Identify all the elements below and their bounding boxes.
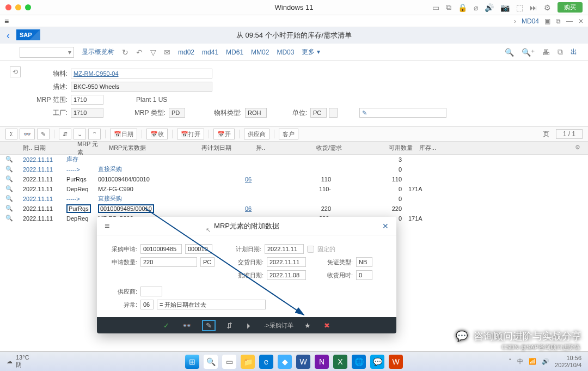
po-link[interactable]: ->采购订单	[264, 321, 293, 330]
vendor-field[interactable]	[140, 287, 162, 296]
col-mrp-data[interactable]: MRP元素数据	[106, 144, 198, 152]
glasses-icon[interactable]: 👓	[180, 320, 193, 331]
table-row[interactable]: 🔍2022.11.11PurRqs0010009485/000100622022…	[0, 204, 588, 214]
col-attach[interactable]: 附..	[20, 144, 30, 152]
receipt-button[interactable]: 📅 收	[146, 129, 168, 139]
mrparea-field[interactable]: 1710	[71, 95, 103, 105]
maximize-window-icon[interactable]	[25, 4, 31, 10]
table-row[interactable]: 🔍2022.11.11DepReqMZ-FG-C990110-0171A	[0, 184, 588, 194]
sound-icon[interactable]: 🔊	[485, 3, 494, 12]
col-exception[interactable]: 异..	[253, 144, 269, 152]
command-input[interactable]	[20, 47, 74, 58]
search-icon[interactable]: 🔍	[505, 48, 514, 57]
screen-icon[interactable]: ▭	[432, 3, 439, 12]
popup-close-button[interactable]: ✕	[382, 222, 389, 230]
minimize-window-icon[interactable]	[15, 4, 21, 10]
grid-settings-icon[interactable]: ⚙	[575, 144, 580, 151]
vendor-button[interactable]: 供应商	[244, 129, 270, 139]
lock-icon[interactable]: 🔒	[458, 3, 467, 12]
detail-icon[interactable]: 🔍	[5, 205, 13, 212]
sum-icon[interactable]: Σ	[5, 129, 17, 139]
clock[interactable]: 10:562022/10/4	[555, 355, 581, 368]
table-row[interactable]: 🔍2022.11.11库存3	[0, 155, 588, 165]
material-field[interactable]: MZ-RM-C950-04	[71, 69, 212, 78]
open-button[interactable]: 📅 打开	[177, 129, 204, 139]
open2-button[interactable]: 📅 开	[213, 129, 235, 139]
exit-icon[interactable]: ✕	[578, 17, 584, 25]
print-icon[interactable]: 🖶	[542, 48, 550, 57]
md03-link[interactable]: MD03	[277, 48, 294, 56]
back-arrow-icon[interactable]: ↶	[136, 48, 143, 57]
collapse-all-icon[interactable]: ⌄	[74, 129, 86, 139]
edit-highlighted-icon[interactable]: ✎	[202, 320, 216, 331]
tree-icon[interactable]: ⇵	[59, 129, 71, 139]
start-icon[interactable]: ⊞	[185, 355, 199, 369]
wifi-icon[interactable]: 📶	[529, 358, 536, 365]
col-available-qty[interactable]: 可用数量	[345, 144, 416, 152]
overview-tree-button[interactable]: 显示概览树	[82, 47, 114, 57]
col-mrp-element[interactable]: MRP 元素	[74, 140, 106, 156]
search-plus-icon[interactable]: 🔍⁺	[522, 48, 535, 57]
detail-icon[interactable]: 🔍	[5, 195, 13, 202]
mail-icon[interactable]: ✉	[164, 48, 170, 57]
tablet-icon[interactable]: ⧉	[446, 3, 451, 12]
transaction-code[interactable]: MD04	[522, 17, 539, 25]
pr-item-field[interactable]: 000010	[185, 244, 212, 254]
cancel-icon[interactable]: ✖	[322, 320, 332, 331]
edit-icon[interactable]: ✎	[37, 129, 50, 139]
mm02-link[interactable]: MM02	[251, 48, 269, 56]
expand-all-icon[interactable]: ⌃	[88, 129, 101, 139]
table-row[interactable]: 🔍2022.11.11----->直接采购0	[0, 194, 588, 204]
ok-icon[interactable]: ✓	[161, 320, 171, 331]
refresh-icon[interactable]: ↻	[122, 48, 128, 57]
detail-icon[interactable]: 🔍	[5, 156, 13, 163]
wps-icon[interactable]: W	[389, 355, 403, 369]
detail-icon[interactable]: 🔍	[5, 175, 13, 183]
ime-icon[interactable]: 中	[517, 357, 523, 366]
plandate-field[interactable]: 2022.11.11	[265, 244, 304, 254]
reldate-field[interactable]: 2022.11.08	[267, 270, 306, 280]
sap-app-icon[interactable]: ◆	[278, 355, 292, 369]
star-icon[interactable]: ★	[302, 320, 313, 331]
col-receipt-req[interactable]: 收货/需求	[269, 144, 345, 152]
customer-button[interactable]: 客户	[279, 129, 298, 139]
camera-icon[interactable]: 📷	[500, 3, 510, 12]
table-row[interactable]: 🔍2022.11.11----->直接采购0	[0, 165, 588, 174]
disk-icon[interactable]: ⌀	[474, 3, 478, 12]
filter-icon[interactable]: ▽	[150, 48, 156, 57]
action-button[interactable]: ✎	[359, 108, 446, 118]
exit-link[interactable]: 出	[571, 47, 577, 57]
qty-field[interactable]: 220	[140, 257, 197, 267]
record-icon[interactable]: ⬚	[516, 3, 523, 12]
tray-chevron-icon[interactable]: ˄	[509, 358, 512, 365]
pr-number-field[interactable]: 0010009485	[140, 244, 182, 254]
chat-icon[interactable]: 💬	[370, 355, 384, 369]
more-menu[interactable]: 更多 ▾	[302, 47, 320, 57]
volume-icon[interactable]: 🔊	[542, 358, 549, 365]
excel-icon[interactable]: X	[333, 355, 347, 369]
deldate-field[interactable]: 2022.11.11	[267, 257, 306, 267]
edge2-icon[interactable]: 🌐	[352, 355, 366, 369]
tree-footer-icon[interactable]: ⇵	[224, 320, 235, 331]
popup-menu-icon[interactable]: ≡	[105, 221, 109, 231]
date-filter-button[interactable]: 📅 日期	[110, 129, 137, 139]
close-window-icon[interactable]	[5, 4, 11, 10]
gear-icon[interactable]: ⚙	[544, 3, 551, 12]
collapse-icon[interactable]: ⟲	[10, 66, 21, 77]
window-restore-icon[interactable]: ⧉	[556, 17, 561, 25]
hamburger-icon[interactable]: ≡	[4, 17, 9, 26]
taskview-icon[interactable]: ▭	[222, 355, 236, 369]
skip-icon[interactable]: ⏭	[530, 3, 537, 12]
md41-link[interactable]: md41	[202, 48, 218, 56]
col-date[interactable]: 日期	[30, 144, 74, 152]
col-storage[interactable]: 库存...	[416, 144, 449, 152]
buy-button[interactable]: 购买	[558, 2, 583, 13]
detail-icon[interactable]: 🔍	[5, 166, 13, 173]
nav-forward-icon[interactable]: ›	[514, 17, 516, 25]
search-taskbar-icon[interactable]: 🔍	[204, 355, 218, 369]
new-window-icon[interactable]: ⧉	[558, 47, 563, 57]
explorer-icon[interactable]: 📁	[241, 355, 255, 369]
md02-link[interactable]: md02	[178, 48, 194, 56]
word-icon[interactable]: W	[296, 355, 310, 369]
col-replan[interactable]: 再计划日期	[198, 144, 253, 152]
